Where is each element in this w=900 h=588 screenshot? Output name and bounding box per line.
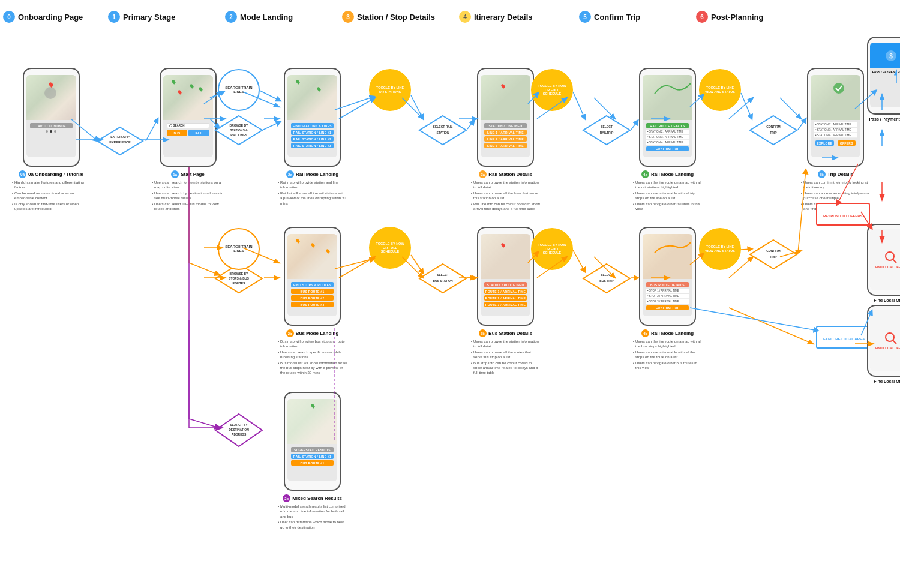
- trip-details-map: [811, 75, 860, 120]
- svg-text:BROWSE BY: BROWSE BY: [230, 124, 249, 127]
- svg-text:$: $: [889, 53, 893, 59]
- search-train-lines-circle-mid: SEARCH TRAIN LINES: [218, 228, 260, 270]
- bus-station-screen: STATION / ROUTE INFO ROUTE 1 / ARRIVAL T…: [481, 234, 530, 316]
- explore-local-node: EXPLORE LOCAL AREA: [816, 326, 872, 349]
- onboarding-label-group: 0a 0a Onboarding / Tutorial •Highlights …: [12, 170, 90, 211]
- onboarding-phone: TAP TO CONTINUE: [23, 68, 80, 167]
- rail-station-screen: STATION / LINE INFO LINE 1 / ARRIVAL TIM…: [481, 75, 530, 157]
- bus-mode-screen: FIND STOPS & ROUTES BUS ROUTE #1 BUS ROU…: [287, 234, 337, 316]
- svg-point-72: [886, 252, 894, 260]
- svg-text:SELECT RAIL: SELECT RAIL: [433, 125, 453, 128]
- toggle-now-schedule-bus-circle: TOGGLE BY NOW OR FULL SCHEDULE: [531, 228, 573, 270]
- confirm-trip-diamond-bus: CONFIRM TRIP: [749, 239, 798, 272]
- mixed-search-phone: SUGGESTED RESULTS RAIL STATION / LINE #1…: [284, 392, 341, 491]
- onboarding-phone-screen: TAP TO CONTINUE: [26, 75, 76, 157]
- svg-text:EXPERIENCE: EXPERIENCE: [109, 140, 131, 144]
- stage-2-title: Mode Landing: [240, 13, 293, 22]
- svg-text:CONFIRM: CONFIRM: [766, 125, 780, 128]
- bus-station-map: [481, 234, 530, 279]
- svg-text:ROUTES: ROUTES: [233, 281, 246, 285]
- start-page-node: SEARCH BUS RAIL 1a Start Page •User: [152, 68, 224, 211]
- toggle-lineview-bus-circle: TOGGLE BY LINE VIEW AND STATUS: [699, 228, 741, 270]
- onboarding-map: [26, 75, 76, 120]
- rail-itinerary-node: RAIL ROUTE DETAILS • STATION 2 / ARRIVAL…: [633, 68, 702, 211]
- find-local-offers-1-node: FIND LOCAL OFFERS Find Local Offers: [867, 224, 900, 302]
- toggle-now-schedule-rail-circle: TOGGLE BY NOW OR FULL SCHEDULE: [531, 69, 573, 111]
- pass-payment-phone: $ PASS / PAYMENT PORTAL: [867, 37, 900, 115]
- svg-marker-63: [750, 116, 797, 145]
- start-content: SEARCH BUS RAIL: [163, 120, 213, 139]
- svg-text:ADDRESS: ADDRESS: [232, 433, 247, 436]
- svg-text:SEARCH BY: SEARCH BY: [230, 423, 248, 427]
- enter-app-diamond: ENTER APP EXPERIENCE: [96, 126, 144, 156]
- rail-itinerary-label-group: 4a Rail Mode Landing •Users can the live…: [633, 170, 702, 211]
- toggle-line-stations-circle: TOGGLE BY LINE OR STATIONS: [369, 69, 411, 111]
- stage-1-title: Primary Stage: [123, 13, 175, 22]
- stage-0-header: 0 Onboarding Page: [3, 11, 108, 23]
- search-destination-diamond: SEARCH BY DESTINATION ADDRESS: [214, 413, 263, 450]
- bus-station-phone: STATION / ROUTE INFO ROUTE 1 / ARRIVAL T…: [477, 227, 534, 326]
- mixed-search-node: SUGGESTED RESULTS RAIL STATION / LINE #1…: [278, 392, 347, 530]
- svg-line-79: [260, 91, 280, 101]
- stage-0-badge: 0: [3, 11, 15, 23]
- find-local-offers-1-screen: FIND LOCAL OFFERS: [870, 229, 900, 290]
- stage-6-title: Post-Planning: [711, 13, 763, 22]
- toggle-now-schedule-circle-bus: TOGGLE BY NOW OR FULL SCHEDULE: [369, 227, 411, 269]
- svg-line-34: [729, 308, 813, 344]
- rail-itinerary-screen: RAIL ROUTE DETAILS • STATION 2 / ARRIVAL…: [643, 75, 692, 157]
- bus-itinerary-map: [643, 234, 692, 279]
- svg-text:RAIL LINES: RAIL LINES: [230, 133, 247, 137]
- svg-text:CONFIRM: CONFIRM: [766, 249, 780, 253]
- svg-text:TRIP: TRIP: [770, 131, 777, 134]
- svg-line-73: [893, 259, 896, 263]
- bus-mode-label-group: 2b Bus Mode Landing •Bus map will previe…: [278, 329, 347, 376]
- find-local-offers-1-phone: FIND LOCAL OFFERS: [867, 224, 900, 296]
- svg-line-109: [690, 308, 818, 331]
- start-page-label-group: 1a Start Page •Users can search for near…: [152, 170, 224, 211]
- svg-text:DESTINATION: DESTINATION: [229, 428, 249, 431]
- rail-station-details-node: STATION / LINE INFO LINE 1 / ARRIVAL TIM…: [471, 68, 540, 211]
- svg-text:TRIP: TRIP: [770, 255, 777, 259]
- stage-4-badge: 4: [459, 11, 471, 23]
- stage-0-title: Onboarding Page: [18, 13, 83, 22]
- search-train-lines-circle-top: SEARCH TRAIN LINES: [218, 69, 260, 111]
- bus-station-details-node: STATION / ROUTE INFO ROUTE 1 / ARRIVAL T…: [471, 227, 540, 376]
- mixed-search-content: SUGGESTED RESULTS RAIL STATION / LINE #1…: [287, 444, 337, 469]
- onboarding-screen-node: TAP TO CONTINUE 0a 0a Onboarding / Tutor…: [12, 68, 90, 211]
- start-page-phone: SEARCH BUS RAIL: [160, 68, 217, 167]
- rail-map: [287, 75, 337, 120]
- onboarding-screen-label: 0a 0a Onboarding / Tutorial: [12, 170, 90, 178]
- pass-payment-screen: $ PASS / PAYMENT PORTAL: [870, 43, 900, 107]
- onboarding-title: 0a Onboarding / Tutorial: [28, 172, 83, 177]
- svg-text:STATIONS &: STATIONS &: [230, 128, 248, 132]
- confirm-trip-diamond-rail: CONFIRM TRIP: [749, 115, 798, 148]
- svg-point-66: [833, 83, 844, 94]
- stage-5-badge: 5: [579, 11, 591, 23]
- arrows-svg: [3, 26, 897, 584]
- bus-station-label-group: 3b Bus Station Details •Users can browse…: [471, 329, 540, 376]
- rail-itinerary-content: RAIL ROUTE DETAILS • STATION 2 / ARRIVAL…: [643, 120, 692, 154]
- bus-itinerary-node: BUS ROUTE DETAILS • STOP 1 / ARRIVAL TIM…: [633, 227, 702, 370]
- stage-3-title: Station / Stop Details: [357, 13, 435, 22]
- mixed-search-label-group: 2c Mixed Search Results •Multi-modal sea…: [278, 494, 347, 530]
- rail-itinerary-map: [643, 75, 692, 120]
- bus-station-content: STATION / ROUTE INFO ROUTE 1 / ARRIVAL T…: [481, 279, 530, 310]
- select-bus-station-diamond: SELECT BUS STATION: [418, 263, 467, 296]
- onboarding-content: TAP TO CONTINUE: [26, 120, 76, 134]
- tutorial-btn: TAP TO CONTINUE: [30, 123, 73, 128]
- bus-mode-phone: FIND STOPS & ROUTES BUS ROUTE #1 BUS ROU…: [284, 227, 341, 326]
- svg-text:STATION: STATION: [436, 131, 449, 134]
- select-railtrip-diamond: SELECT RAILTRIP: [582, 115, 631, 148]
- rail-station-map: [481, 75, 530, 120]
- start-page-desc: •Users can search for nearby stations on…: [152, 180, 224, 211]
- stage-2-badge: 2: [225, 11, 237, 23]
- bus-itinerary-label-group: 4b Rail Mode Landing •Users can the live…: [633, 329, 702, 370]
- stage-5-title: Confirm Trip: [594, 13, 640, 22]
- svg-text:ENTER APP: ENTER APP: [110, 135, 130, 139]
- svg-text:BUS TRIP: BUS TRIP: [599, 279, 614, 283]
- trip-details-content: • STATION 2 / ARRIVAL TIME • STATION 3 /…: [811, 120, 860, 150]
- rail-station-label-group: 3a Rail Station Details •Users can brows…: [471, 170, 540, 211]
- rail-station-content: STATION / LINE INFO LINE 1 / ARRIVAL TIM…: [481, 120, 530, 151]
- stage-3-header: 3 Station / Stop Details: [342, 11, 459, 23]
- rail-station-phone: STATION / LINE INFO LINE 1 / ARRIVAL TIM…: [477, 68, 534, 167]
